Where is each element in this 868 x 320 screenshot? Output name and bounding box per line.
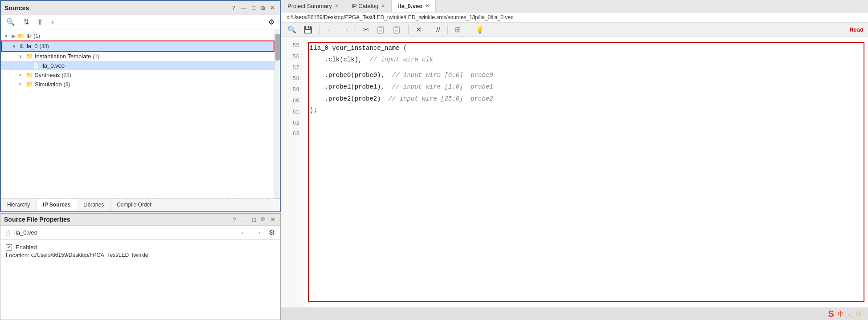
editor-save-icon[interactable]: 💾: [302, 24, 314, 35]
ip-label: IP: [26, 32, 32, 39]
tab-project-summary[interactable]: Project Summary ✕: [281, 0, 345, 12]
line-63: 63: [281, 129, 304, 140]
sources-scrollbar[interactable]: [274, 29, 280, 198]
sfp-body: ✓ Enabled Location: c:/Users/86159/Deskt…: [0, 240, 280, 320]
editor-lightbulb-icon[interactable]: 💡: [474, 24, 486, 35]
tab-ip-sources[interactable]: IP Sources: [37, 199, 77, 211]
code-line-60: .probe0(probe0), // input wire [0:0] pro…: [310, 69, 863, 81]
tab-project-summary-label: Project Summary: [287, 3, 332, 9]
search-icon[interactable]: 🔍: [4, 17, 17, 27]
sfp-enabled-row: ✓ Enabled: [6, 243, 275, 252]
sources-titlebar: Sources ? — □ ⧉ ✕: [1, 1, 280, 15]
sources-close-icon[interactable]: ✕: [269, 4, 276, 12]
code-line-57: .clk(clk), // input wire clk: [310, 54, 863, 65]
tab-ip-catalog[interactable]: IP Catalog ✕: [345, 0, 392, 12]
sfp-titlebar: Source File Properties ? — □ ⧉ ✕: [0, 214, 280, 226]
tree-item-simulation[interactable]: > 📁 Simulation (3): [1, 80, 274, 89]
code-area[interactable]: ila_0 your_instance_name ( .clk(clk), //…: [304, 37, 868, 308]
sfp-forward-icon[interactable]: →: [253, 228, 263, 238]
sources-tabs: Hierarchy IP Sources Libraries Compile O…: [1, 198, 280, 211]
tab-hierarchy[interactable]: Hierarchy: [1, 199, 37, 211]
instantiation-count: (1): [93, 53, 99, 60]
sources-help-icon[interactable]: ?: [231, 4, 237, 12]
toolbar-sep-5: [447, 25, 448, 34]
ip-folder-icon: ▶: [12, 33, 16, 39]
sources-titlebar-icons: ? — □ ⧉ ✕: [231, 4, 276, 12]
sources-minimize-icon[interactable]: —: [239, 4, 248, 12]
editor-search-icon[interactable]: 🔍: [286, 24, 298, 35]
chevron-synthesis: >: [19, 73, 24, 77]
sources-tree-content: ∨ ▶ 📁 IP (1) ∨ ⊞ ila_0 (38) ∨ 📁: [1, 29, 280, 198]
tab-ip-catalog-close[interactable]: ✕: [381, 3, 385, 9]
sfp-title: Source File Properties: [4, 216, 70, 223]
toolbar-sep-1: [319, 25, 320, 34]
collapse-all-icon[interactable]: ⇅: [21, 17, 31, 27]
line-61: 61: [281, 107, 304, 118]
settings-icon[interactable]: ⚙: [266, 17, 276, 27]
instantiation-label: Instantiation Template: [35, 53, 91, 60]
sfp-location-value: c:/Users/86159/Desktop/FPGA_Test/LED_twi…: [31, 252, 148, 259]
tab-compile-order[interactable]: Compile Order: [111, 199, 158, 211]
chevron-ila0: ∨: [12, 44, 18, 49]
sfp-enabled-label: Enabled: [16, 244, 37, 251]
sfp-close-icon[interactable]: ✕: [269, 216, 277, 223]
toolbar-sep-4: [429, 25, 429, 34]
tab-ila0veo[interactable]: ila_0.veo ✕: [392, 0, 436, 12]
sources-scrollbar-thumb[interactable]: [275, 34, 280, 61]
code-line-62: .probe2(probe2) // input wire [25:0] pro…: [310, 93, 863, 105]
tree-item-ila0[interactable]: ∨ ⊞ ila_0 (38): [1, 41, 274, 52]
editor-comment-icon[interactable]: //: [434, 25, 442, 35]
tree-item-ila0veo[interactable]: 📄 ila_0.veo: [1, 61, 274, 70]
synthesis-folder-icon: 📁: [26, 72, 33, 78]
editor-copy-icon[interactable]: 📋: [374, 24, 387, 35]
sfp-popout-icon[interactable]: ⧉: [260, 215, 266, 223]
ila0veo-label: ila_0.veo: [41, 62, 65, 69]
tab-hierarchy-label: Hierarchy: [7, 202, 30, 208]
editor-cut-icon[interactable]: ✂: [361, 24, 371, 35]
tree-item-ip[interactable]: ∨ ▶ 📁 IP (1): [1, 31, 274, 41]
tree-item-synthesis[interactable]: > 📁 Synthesis (28): [1, 70, 274, 80]
chevron-instantiation: ∨: [19, 54, 24, 59]
sfp-help-icon[interactable]: ?: [231, 216, 237, 223]
editor-grid-icon[interactable]: ⊞: [453, 24, 463, 35]
simulation-folder-icon: 📁: [26, 81, 33, 88]
sfp-restore-icon[interactable]: □: [251, 216, 257, 223]
synthesis-label: Synthesis: [35, 72, 60, 78]
editor-delete-icon[interactable]: ✕: [414, 24, 423, 35]
sfp-titlebar-icons: ? — □ ⧉ ✕: [231, 215, 277, 223]
tree-item-instantiation[interactable]: ∨ 📁 Instantiation Template (1): [1, 52, 274, 61]
sfp-minimize-icon[interactable]: —: [240, 216, 248, 223]
editor-panel: Project Summary ✕ IP Catalog ✕ ila_0.veo…: [281, 0, 868, 320]
sfp-location-row: Location: c:/Users/86159/Desktop/FPGA_Te…: [6, 252, 275, 259]
sfp-location-key: Location:: [6, 252, 29, 259]
tab-ila0veo-close[interactable]: ✕: [425, 3, 429, 9]
sfp-filename: ila_0.veo: [14, 229, 235, 236]
editor-back-icon[interactable]: ←: [325, 25, 336, 35]
tab-ip-catalog-label: IP Catalog: [352, 3, 378, 9]
tab-libraries[interactable]: Libraries: [77, 199, 111, 211]
status-s-icon: S: [828, 309, 834, 319]
sfp-settings-icon[interactable]: ⚙: [267, 227, 277, 238]
editor-paste-icon[interactable]: 📋: [390, 24, 403, 35]
editor-forward-icon[interactable]: →: [340, 25, 350, 35]
ila0-count: (38): [39, 43, 49, 49]
ip-folder-img: 📁: [17, 32, 25, 39]
expand-icon[interactable]: ⇧: [35, 17, 45, 27]
tab-project-summary-close[interactable]: ✕: [335, 3, 339, 9]
sources-restore-icon[interactable]: □: [250, 4, 257, 12]
sources-popout-icon[interactable]: ⧉: [259, 4, 266, 12]
line-57: 57: [281, 63, 304, 74]
status-smile-icon: ☺: [855, 309, 863, 319]
sfp-file-icon: 📄: [4, 230, 11, 236]
status-cn-icon: 中: [838, 310, 844, 318]
sfp-back-icon[interactable]: ←: [238, 228, 249, 238]
sources-toolbar: 🔍 ⇅ ⇧ + ⚙: [1, 15, 280, 29]
add-icon[interactable]: +: [49, 17, 57, 27]
code-line-56: ila_0 your_instance_name (: [310, 42, 863, 54]
sources-title: Sources: [4, 4, 29, 12]
ip-count: (1): [33, 33, 40, 39]
ila0-ip-icon: ⊞: [20, 43, 24, 49]
editor-toolbar: 🔍 💾 ← → ✂ 📋 📋 ✕ // ⊞ 💡 Read: [281, 23, 868, 37]
sfp-enabled-checkbox[interactable]: ✓: [6, 244, 12, 251]
line-58: 58: [281, 73, 304, 85]
